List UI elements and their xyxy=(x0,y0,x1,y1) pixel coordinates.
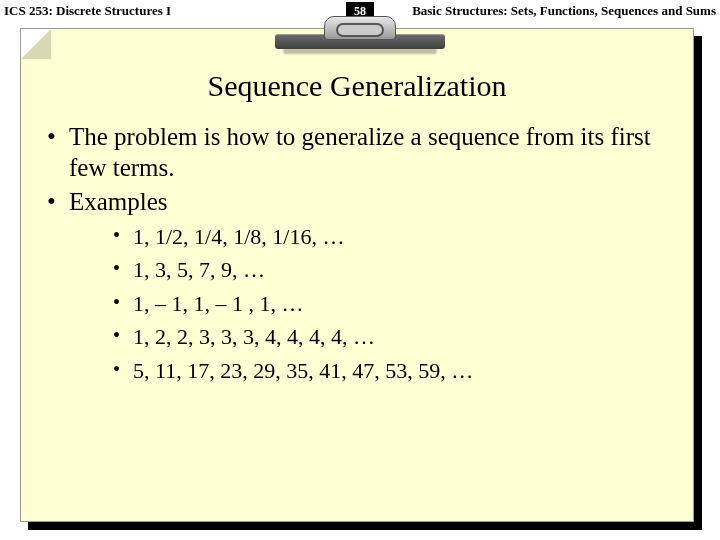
list-item: 1, 1/2, 1/4, 1/8, 1/16, … xyxy=(109,223,673,251)
example-text: 1, 1/2, 1/4, 1/8, 1/16, … xyxy=(133,224,344,249)
list-item: 1, 3, 5, 7, 9, … xyxy=(109,256,673,284)
example-text: 5, 11, 17, 23, 29, 35, 41, 47, 53, 59, … xyxy=(133,358,473,383)
list-item: 1, – 1, 1, – 1 , 1, … xyxy=(109,290,673,318)
example-text: 1, 3, 5, 7, 9, … xyxy=(133,257,265,282)
bullet-text: Examples xyxy=(69,188,168,215)
bullet-text: The problem is how to generalize a seque… xyxy=(69,123,651,181)
list-item: 5, 11, 17, 23, 29, 35, 41, 47, 53, 59, … xyxy=(109,357,673,385)
bullet-item: Examples 1, 1/2, 1/4, 1/8, 1/16, … 1, 3,… xyxy=(41,186,673,385)
topic-label: Basic Structures: Sets, Functions, Seque… xyxy=(412,3,716,19)
example-text: 1, – 1, 1, – 1 , 1, … xyxy=(133,291,304,316)
slide-page: ICS 253: Discrete Structures I 58 Basic … xyxy=(0,0,720,540)
folded-corner-shade xyxy=(21,29,51,59)
slide-body: The problem is how to generalize a seque… xyxy=(41,121,673,384)
slide-title: Sequence Generalization xyxy=(21,69,693,103)
course-label: ICS 253: Discrete Structures I xyxy=(4,3,171,19)
example-list: 1, 1/2, 1/4, 1/8, 1/16, … 1, 3, 5, 7, 9,… xyxy=(109,223,673,385)
example-text: 1, 2, 2, 3, 3, 3, 4, 4, 4, 4, … xyxy=(133,324,375,349)
clipboard-clip-icon xyxy=(275,10,445,58)
main-bullet-list: The problem is how to generalize a seque… xyxy=(41,121,673,384)
list-item: 1, 2, 2, 3, 3, 3, 4, 4, 4, 4, … xyxy=(109,323,673,351)
slide-card: Sequence Generalization The problem is h… xyxy=(20,28,694,522)
bullet-item: The problem is how to generalize a seque… xyxy=(41,121,673,184)
